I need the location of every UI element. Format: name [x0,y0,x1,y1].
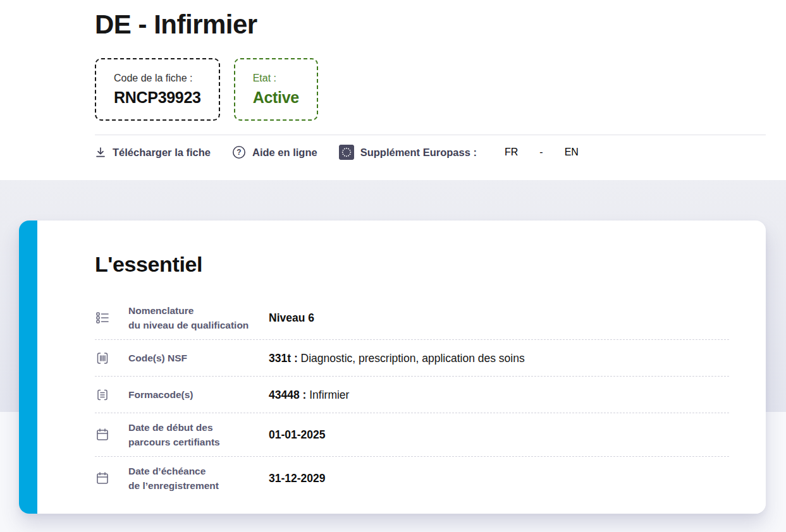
row-formacode: Formacode(s) 43448 : Infirmier [95,377,729,413]
row-codes-nsf: Code(s) NSF 331t : Diagnostic, prescript… [95,340,729,377]
list-icon [95,310,110,325]
calendar-icon [95,427,110,442]
svg-text:?: ? [236,148,241,157]
rncp-fiche-page: DE - Infirmier Code de la fiche : RNCP39… [0,0,786,532]
page-title: DE - Infirmier [95,9,766,40]
row-label: Date d’échéancede l’enregistrement [128,464,252,493]
row-label: Formacode(s) [128,387,252,402]
help-label: Aide en ligne [252,147,317,159]
download-icon [95,147,106,158]
row-value: 331t : Diagnostic, prescription, applica… [269,351,525,366]
row-nomenclature: Nomenclaturedu niveau de qualification N… [95,296,729,340]
action-bar: Télécharger la fiche ? Aide en ligne [95,145,766,160]
europass-label: Supplément Europass : [360,147,477,159]
card-rows: Nomenclaturedu niveau de qualification N… [95,296,729,500]
row-label: Date de début desparcours certifiants [128,420,252,449]
formacode-icon [95,387,110,402]
download-fiche-button[interactable]: Télécharger la fiche [95,147,211,159]
header-divider [95,135,766,135]
fiche-code-badge: Code de la fiche : RNCP39923 [95,58,220,121]
fiche-header: DE - Infirmier Code de la fiche : RNCP39… [0,0,786,180]
europass-en-link[interactable]: EN [565,147,579,158]
row-label: Code(s) NSF [128,351,252,365]
online-help-button[interactable]: ? Aide en ligne [232,145,317,159]
fiche-code-label: Code de la fiche : [114,72,201,85]
europass-separator: - [539,147,543,158]
question-icon: ? [232,145,246,159]
nsf-code-icon [95,351,110,366]
card-body: L'essentiel Nomenclaturedu niveau de qua… [37,221,766,514]
eu-flag-icon [339,145,354,160]
row-value: 43448 : Infirmier [269,387,349,402]
row-value: 01-01-2025 [269,427,326,442]
row-label: Nomenclaturedu niveau de qualification [128,303,252,332]
europass-fr-link[interactable]: FR [505,147,518,158]
status-badge: Etat : Active [234,58,318,121]
europass-supplement[interactable]: Supplément Europass : [339,145,483,160]
row-date-debut: Date de début desparcours certifiants 01… [95,413,729,457]
download-label: Télécharger la fiche [113,147,211,159]
card-accent-bar [19,221,37,514]
essentiel-card: L'essentiel Nomenclaturedu niveau de qua… [19,221,766,514]
fiche-code-value: RNCP39923 [114,88,201,107]
calendar-icon [95,471,110,486]
row-date-echeance: Date d’échéancede l’enregistrement 31-12… [95,457,729,500]
badge-row: Code de la fiche : RNCP39923 Etat : Acti… [95,58,766,121]
status-label: Etat : [253,72,299,85]
row-value: Niveau 6 [269,310,314,325]
row-value: 31-12-2029 [269,471,326,486]
status-value: Active [253,88,299,107]
card-title: L'essentiel [95,250,729,279]
